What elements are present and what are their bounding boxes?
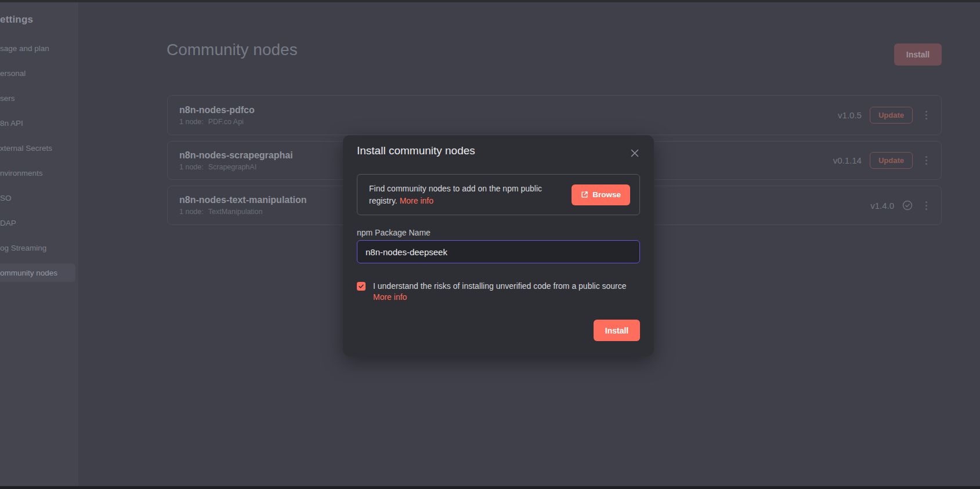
modal-install-button[interactable]: Install [594,320,640,341]
package-actions: v0.1.14 Update [833,152,931,169]
sidebar-item-environments[interactable]: nvironments [0,161,78,186]
sidebar-item-ldap[interactable]: DAP [0,211,78,236]
sidebar-item-log-streaming[interactable]: og Streaming [0,236,78,260]
nodes-count-label: 1 node: [179,208,204,216]
package-info: n8n-nodes-text-manipulation 1 node:TextM… [179,195,307,216]
package-subtitle: 1 node:ScrapegraphAI [179,163,293,171]
info-text: Find community nodes to add on the npm p… [369,183,572,207]
package-name: n8n-nodes-scrapegraphai [179,150,293,161]
package-version: v0.1.14 [833,155,862,165]
npm-registry-info-callout: Find community nodes to add on the npm p… [357,174,640,215]
package-actions: v1.4.0 [870,199,931,212]
kebab-menu-icon[interactable] [922,199,931,212]
window-bottom-strip [0,486,980,489]
sidebar-title: ettings [0,2,78,26]
settings-sidebar: ettings sage and plan ersonal sers 8n AP… [0,2,78,486]
more-info-link[interactable]: More info [400,196,433,205]
node-names: PDF.co Api [208,118,244,126]
sidebar-item-users[interactable]: sers [0,86,78,111]
sidebar-item-community-nodes[interactable]: ommunity nodes [0,263,75,282]
risk-checkbox[interactable] [357,282,366,291]
node-names: TextManipulation [208,208,263,216]
install-button[interactable]: Install [894,44,942,66]
update-button[interactable]: Update [870,152,913,169]
risk-acknowledgement: I understand the risks of installing unv… [357,281,640,303]
package-info: n8n-nodes-pdfco 1 node:PDF.co Api [179,105,255,126]
nodes-count-label: 1 node: [179,118,204,126]
package-version: v1.4.0 [870,201,894,211]
package-card-pdfco: n8n-nodes-pdfco 1 node:PDF.co Api v1.0.5… [167,95,942,135]
package-info: n8n-nodes-scrapegraphai 1 node:Scrapegra… [179,150,293,171]
node-names: ScrapegraphAI [208,163,256,171]
checkmark-icon [358,283,364,289]
package-name: n8n-nodes-text-manipulation [179,195,307,205]
kebab-menu-icon[interactable] [922,108,931,122]
kebab-menu-icon[interactable] [922,154,931,167]
package-name: n8n-nodes-pdfco [179,105,255,115]
package-subtitle: 1 node:PDF.co Api [179,118,255,126]
sidebar-item-sso[interactable]: SO [0,186,78,211]
update-button[interactable]: Update [870,107,913,124]
sidebar-item-n8n-api[interactable]: 8n API [0,111,78,136]
up-to-date-check-icon [902,200,913,211]
external-link-icon [581,191,588,198]
close-icon[interactable] [630,148,640,158]
browse-button-label: Browse [592,190,621,199]
install-community-nodes-modal: Install community nodes Find community n… [343,135,654,356]
sidebar-menu: sage and plan ersonal sers 8n API xterna… [0,36,78,285]
package-subtitle: 1 node:TextManipulation [179,208,307,216]
nodes-count-label: 1 node: [179,163,204,171]
npm-package-name-input[interactable] [357,240,640,263]
sidebar-item-personal[interactable]: ersonal [0,61,78,86]
npm-package-name-label: npm Package Name [357,228,640,237]
modal-title: Install community nodes [357,143,640,158]
package-actions: v1.0.5 Update [838,107,931,124]
page-title: Community nodes [167,41,298,59]
info-text-body: Find community nodes to add on the npm p… [369,184,542,205]
package-version: v1.0.5 [838,110,862,120]
risk-text: I understand the risks of installing unv… [373,281,654,303]
risk-statement: I understand the risks of installing unv… [373,281,654,292]
sidebar-item-usage-and-plan[interactable]: sage and plan [0,36,78,61]
n8n-settings-page: ettings sage and plan ersonal sers 8n AP… [0,0,980,489]
risk-more-info-link[interactable]: More info [373,292,654,303]
sidebar-item-external-secrets[interactable]: xternal Secrets [0,136,78,161]
window-top-strip [0,0,980,2]
browse-button[interactable]: Browse [572,184,630,205]
